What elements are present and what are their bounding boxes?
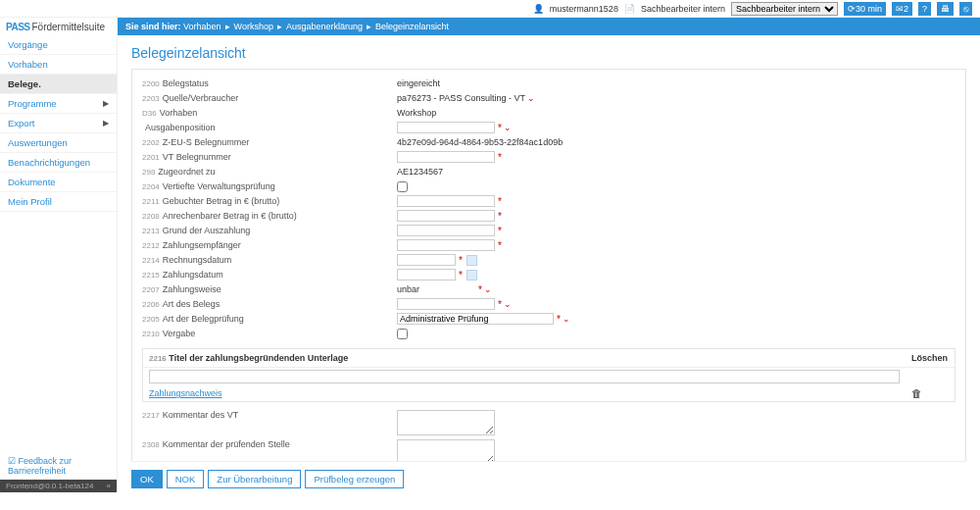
sidebar-item[interactable]: Export▶	[0, 114, 117, 133]
value: AE1234567	[397, 167, 956, 177]
breadcrumb-item[interactable]: Workshop	[234, 22, 273, 31]
form-row: 2208Anrechenbarer Betrag in € (brutto)*	[142, 209, 956, 223]
text-input[interactable]	[397, 151, 495, 163]
sidebar-item[interactable]: Auswertungen	[0, 133, 117, 153]
delete-attachment-icon[interactable]: 🗑	[906, 385, 955, 401]
form-row: 2217Kommentar des VT	[142, 410, 956, 435]
sidebar-item[interactable]: Programme▶	[0, 94, 117, 114]
logout-button[interactable]: ⎋	[959, 2, 972, 16]
attachment-link[interactable]: Zahlungsnachweis	[149, 388, 222, 398]
form-row: 2207Zahlungsweiseunbar*⌄	[142, 282, 956, 296]
timer-button[interactable]: ⟳ 30 min	[844, 2, 886, 16]
content: Belegeinzelansicht 2200Belegstatuseinger…	[118, 35, 980, 492]
value: Workshop	[397, 108, 956, 118]
user-icon: 👤	[533, 4, 544, 14]
dropdown-input[interactable]	[397, 122, 495, 133]
breadcrumb: Sie sind hier: Vorhaben▸ Workshop▸ Ausga…	[118, 18, 980, 35]
form-row: 2214Rechnungsdatum*	[142, 253, 956, 267]
sidebar-item[interactable]: Benachrichtigungen	[0, 153, 117, 173]
checkbox[interactable]	[397, 181, 408, 192]
form-row: 2205Art der Belegprüfung*⌄	[142, 312, 956, 326]
form-row: 2204Vertiefte Verwaltungsprüfung	[142, 179, 956, 193]
role-select[interactable]: Sachbearbeiter intern	[731, 2, 838, 16]
footer-button-ok[interactable]: OK	[131, 470, 163, 488]
sidebar-item[interactable]: Belege.	[0, 75, 117, 94]
form-row: D36VorhabenWorkshop	[142, 106, 956, 120]
attachments-table: 2216 Titel der zahlungsbegründenden Unte…	[142, 348, 956, 402]
breadcrumb-prefix: Sie sind hier:	[125, 22, 181, 31]
date-input[interactable]	[397, 254, 456, 266]
breadcrumb-item[interactable]: Vorhaben	[183, 22, 221, 31]
print-button[interactable]: 🖶	[937, 2, 954, 16]
calendar-icon[interactable]	[466, 270, 477, 280]
brand-name: Fördermittelsuite	[32, 22, 105, 32]
form-row: 2212Zahlungsempfänger*	[142, 238, 956, 252]
help-button[interactable]: ?	[918, 2, 931, 16]
form-row: Ausgabenposition*⌄	[142, 121, 956, 134]
value-dropdown[interactable]: pa76273 - PASS Consulting - VT ⌄	[397, 93, 956, 103]
dropdown-input[interactable]	[397, 298, 495, 310]
form-row: 2210Vergabe	[142, 327, 956, 340]
collapse-sidebar[interactable]: «	[107, 482, 111, 490]
form-row: 2215Zahlungsdatum*	[142, 268, 956, 281]
form-panel: 2200Belegstatuseingereicht2203Quelle/Ver…	[131, 69, 966, 492]
form-row: 2213Grund der Auszahlung*	[142, 224, 956, 237]
sidebar-item[interactable]: Vorgänge	[0, 35, 117, 55]
form-row: 2200Belegstatuseingereicht	[142, 76, 956, 90]
value: eingereicht	[397, 78, 956, 88]
form-row: 2201VT Belegnummer*	[142, 150, 956, 164]
calendar-icon[interactable]	[466, 255, 477, 266]
footer-button-nok[interactable]: NOK	[167, 470, 205, 488]
sidebar-item[interactable]: Dokumente	[0, 173, 117, 192]
sidebar-item[interactable]: Vorhaben	[0, 55, 117, 75]
text-input[interactable]	[397, 225, 495, 236]
text-input[interactable]	[397, 195, 495, 207]
attachments-delete-header: Löschen	[906, 349, 955, 368]
attachments-title-header: 2216 Titel der zahlungsbegründenden Unte…	[143, 349, 906, 368]
user-name: mustermann1528	[550, 4, 618, 14]
version-bar: Frontend@0.0.1-beta124 «	[0, 480, 117, 492]
text-input[interactable]	[397, 239, 495, 251]
form-row: 2206Art des Belegs*⌄	[142, 297, 956, 311]
page-title: Belegeinzelansicht	[131, 45, 966, 61]
value: 4b27e09d-964d-4864-9b53-22f84ac1d09b	[397, 137, 956, 147]
brand-logo: PASS	[6, 22, 30, 32]
brand: PASS Fördermittelsuite	[0, 18, 118, 35]
footer-actions: OKNOKZur ÜberarbeitungPrüfbeleg erzeugen	[131, 461, 966, 492]
form-row: 2203Quelle/Verbraucher pa76273 - PASS Co…	[142, 91, 956, 105]
checkbox[interactable]	[397, 329, 408, 339]
role-icon: 📄	[624, 4, 635, 14]
form-row: 2202Z-EU-S Belegnummer4b27e09d-964d-4864…	[142, 135, 956, 149]
breadcrumb-item[interactable]: Ausgabenerklärung	[286, 22, 363, 31]
dropdown-input[interactable]	[397, 313, 554, 325]
date-input[interactable]	[397, 269, 456, 280]
footer-button-prüfbeleg-erzeugen[interactable]: Prüfbeleg erzeugen	[305, 470, 404, 488]
breadcrumb-item[interactable]: Belegeinzelansicht	[375, 22, 449, 31]
role-label: Sachbearbeiter intern	[641, 4, 725, 14]
attachment-title-input[interactable]	[149, 370, 900, 383]
form-row: 298Zugeordnet zuAE1234567	[142, 165, 956, 178]
header: PASS Fördermittelsuite Sie sind hier: Vo…	[0, 18, 980, 35]
textarea[interactable]	[397, 410, 495, 435]
messages-button[interactable]: ✉ 2	[892, 2, 912, 16]
dropdown-value[interactable]: unbar	[397, 284, 419, 294]
sidebar: VorgängeVorhabenBelege.Programme▶Export▶…	[0, 35, 118, 492]
text-input[interactable]	[397, 210, 495, 222]
user-bar: 👤 mustermann1528 📄 Sachbearbeiter intern…	[0, 0, 980, 18]
feedback-link[interactable]: ☑ Feedback zur Barrierefreiheit	[0, 452, 117, 480]
footer-button-zur-überarbeitung[interactable]: Zur Überarbeitung	[208, 470, 301, 488]
sidebar-item[interactable]: Mein Profil	[0, 192, 117, 212]
form-row: 2211Gebuchter Betrag in € (brutto)*	[142, 194, 956, 208]
